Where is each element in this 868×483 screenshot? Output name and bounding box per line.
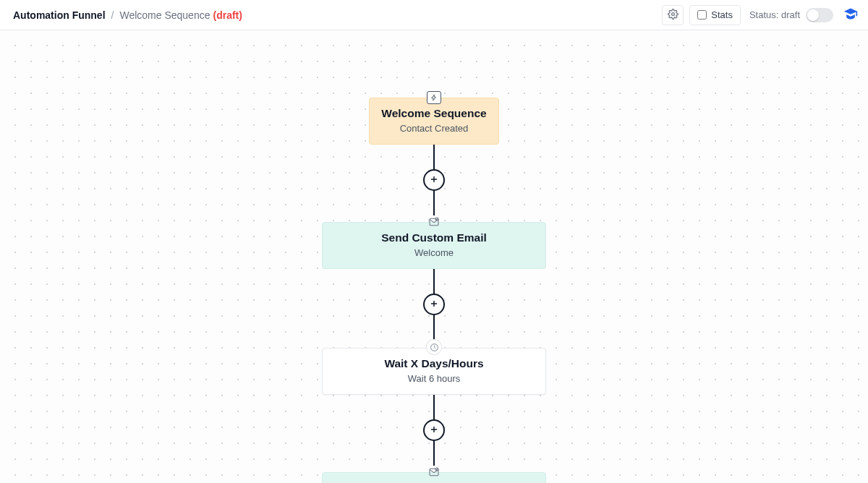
header-bar: Automation Funnel / Welcome Sequence (dr… bbox=[0, 0, 868, 30]
plus-icon bbox=[429, 298, 439, 311]
node-subtitle: Welcome bbox=[330, 247, 538, 258]
stats-label: Stats bbox=[711, 9, 733, 20]
publish-toggle[interactable] bbox=[806, 8, 833, 22]
breadcrumb-sep: / bbox=[111, 9, 114, 21]
help-graduation-button[interactable] bbox=[843, 7, 858, 23]
node-title: Send Custom Email bbox=[330, 231, 538, 244]
toggle-knob bbox=[807, 9, 819, 21]
add-step-button[interactable] bbox=[423, 294, 445, 315]
stats-checkbox[interactable] bbox=[697, 10, 707, 20]
node-subtitle: Wait 6 hours bbox=[330, 373, 538, 384]
mail-icon bbox=[426, 215, 442, 228]
gear-icon bbox=[668, 9, 678, 22]
bolt-icon bbox=[427, 91, 441, 104]
svg-point-0 bbox=[671, 12, 674, 15]
funnel-canvas[interactable]: Welcome Sequence Contact Created Send Cu… bbox=[0, 30, 868, 483]
plus-icon bbox=[429, 424, 439, 437]
graduation-cap-icon bbox=[843, 7, 858, 23]
breadcrumb-current: Welcome Sequence bbox=[119, 9, 210, 21]
add-step-button[interactable] bbox=[423, 419, 445, 441]
stats-toggle[interactable]: Stats bbox=[689, 5, 741, 25]
node-title: Welcome Sequence bbox=[377, 107, 491, 120]
breadcrumb-root[interactable]: Automation Funnel bbox=[13, 9, 106, 21]
funnel-node-wait[interactable]: Wait X Days/Hours Wait 6 hours bbox=[322, 348, 546, 395]
funnel-node-email-1[interactable]: Send Custom Email Welcome bbox=[322, 222, 546, 269]
breadcrumb-status: (draft) bbox=[213, 9, 242, 21]
funnel-node-trigger[interactable]: Welcome Sequence Contact Created bbox=[369, 98, 499, 145]
mail-icon bbox=[426, 466, 442, 479]
node-subtitle: Contact Created bbox=[377, 123, 491, 134]
clock-icon bbox=[427, 340, 441, 354]
node-title: Wait X Days/Hours bbox=[330, 357, 538, 370]
plus-icon bbox=[429, 174, 439, 187]
add-step-button[interactable] bbox=[423, 169, 445, 191]
settings-button[interactable] bbox=[662, 5, 684, 25]
status-label: Status: draft bbox=[749, 9, 800, 20]
